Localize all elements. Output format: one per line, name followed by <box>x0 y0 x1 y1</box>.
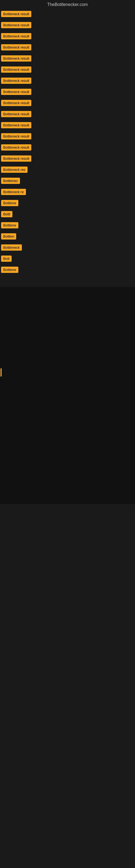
bottleneck-badge[interactable]: Bottleneck result <box>1 66 31 73</box>
list-item[interactable]: Bottleneck result <box>0 65 135 75</box>
site-title: TheBottlenecker.com <box>0 0 135 9</box>
bottleneck-badge[interactable]: Bottleneck res <box>1 166 28 173</box>
list-item[interactable]: Bottleneck result <box>0 20 135 31</box>
bottleneck-badge[interactable]: Bottleneck result <box>1 22 31 28</box>
list-item[interactable]: Bott <box>0 254 135 265</box>
list-item[interactable]: Bottleneck result <box>0 120 135 131</box>
list-item[interactable]: Bottleneck result <box>0 154 135 164</box>
list-item[interactable]: Bottlenec <box>0 176 135 187</box>
bottleneck-badge[interactable]: Bottleneck result <box>1 33 31 39</box>
list-item[interactable]: Bottleneck <box>0 243 135 253</box>
list-item[interactable]: Bottlene <box>0 265 135 276</box>
list-item[interactable]: Bottleneck result <box>0 54 135 64</box>
list-item[interactable]: Bottleneck result <box>0 9 135 20</box>
list-item[interactable]: Bottleneck re <box>0 187 135 198</box>
bottleneck-list: Bottleneck resultBottleneck resultBottle… <box>0 9 135 276</box>
bottleneck-badge[interactable]: Bottleneck result <box>1 11 31 17</box>
small-indicator <box>1 368 2 376</box>
list-item[interactable]: Bottleneck result <box>0 42 135 53</box>
bottleneck-badge[interactable]: Bottleneck re <box>1 189 26 195</box>
bottleneck-badge[interactable]: Bottleneck result <box>1 44 31 51</box>
bottleneck-badge[interactable]: Bottl <box>1 211 12 217</box>
bottleneck-badge[interactable]: Bottleneck result <box>1 122 31 128</box>
bottom-area <box>0 287 135 504</box>
list-item[interactable]: Bottleneck result <box>0 87 135 98</box>
bottleneck-badge[interactable]: Bottleneck <box>1 244 22 251</box>
list-item[interactable]: Bottleneck result <box>0 131 135 142</box>
bottleneck-badge[interactable]: Bottleneck result <box>1 111 31 117</box>
list-item[interactable]: Bottleneck result <box>0 143 135 153</box>
bottleneck-badge[interactable]: Bottlen <box>1 233 16 240</box>
list-item[interactable]: Bottleneck result <box>0 109 135 120</box>
list-item[interactable]: Bottleneck result <box>0 98 135 109</box>
list-item[interactable]: Bottl <box>0 209 135 220</box>
bottleneck-badge[interactable]: Bottlene <box>1 222 18 228</box>
bottleneck-badge[interactable]: Bottleneck result <box>1 133 31 140</box>
bottleneck-badge[interactable]: Bottlene <box>1 267 18 273</box>
bottleneck-badge[interactable]: Bottlenec <box>1 178 20 184</box>
list-item[interactable]: Bottleneck result <box>0 31 135 42</box>
bottleneck-badge[interactable]: Bott <box>1 255 12 262</box>
bottleneck-badge[interactable]: Bottlene <box>1 200 18 206</box>
bottleneck-badge[interactable]: Bottleneck result <box>1 55 31 62</box>
list-item[interactable]: Bottlene <box>0 220 135 231</box>
bottleneck-badge[interactable]: Bottleneck result <box>1 100 31 106</box>
list-item[interactable]: Bottlene <box>0 198 135 209</box>
list-item[interactable]: Bottleneck result <box>0 76 135 87</box>
list-item[interactable]: Bottlen <box>0 231 135 242</box>
bottleneck-badge[interactable]: Bottleneck result <box>1 89 31 95</box>
bottleneck-badge[interactable]: Bottleneck result <box>1 78 31 84</box>
list-item[interactable]: Bottleneck res <box>0 165 135 176</box>
bottleneck-badge[interactable]: Bottleneck result <box>1 155 31 162</box>
bottleneck-badge[interactable]: Bottleneck result <box>1 144 31 151</box>
